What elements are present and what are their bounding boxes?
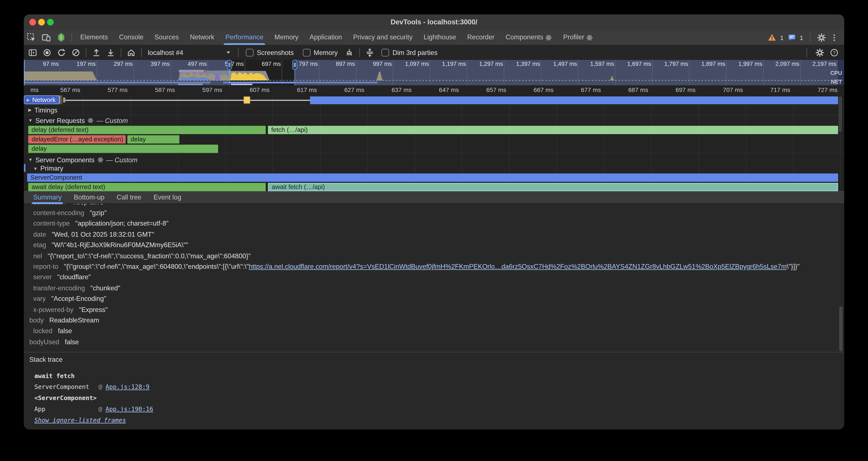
network-track-header[interactable]: ▶ Network [24,95,60,104]
capture-settings-gear-icon[interactable] [815,48,824,57]
tab-profiler[interactable]: Profiler [558,30,599,45]
primary-subgroup-header[interactable]: ▼ Primary [24,164,844,173]
tab-network[interactable]: Network [184,30,220,45]
memory-label: Memory [314,49,338,56]
summary-value: false [65,338,79,346]
event-bar-await-fetch-selected[interactable]: await fetch (…/api) [268,182,838,191]
inspect-element-icon[interactable] [27,33,36,42]
tab-sources[interactable]: Sources [149,30,184,45]
summary-key: connection [33,204,65,206]
collect-garbage-icon[interactable] [345,48,354,57]
dim-3rd-parties-checkbox[interactable]: Dim 3rd parties [381,49,438,56]
event-bar-server-component[interactable]: ServerComponent [27,173,838,181]
tab-label: Recorder [467,30,494,45]
server-components-header[interactable]: ▼ Server Components — Custom [24,155,844,165]
screenshots-checkbox[interactable]: Screenshots [246,49,294,56]
window-left-handle[interactable] [227,60,231,70]
stack-trace-title: Stack trace [29,356,63,364]
tab-memory[interactable]: Memory [269,30,304,45]
tab-components[interactable]: Components [500,30,558,45]
show-ignore-listed-frames-link[interactable]: Show ignore-listed frames [34,416,126,424]
record-button[interactable] [43,48,52,57]
frame-at-symbol: @ [98,405,102,413]
panel-tabs: ElementsConsoleSourcesNetworkPerformance… [75,30,599,45]
ruler-time-label: 727 ms [797,86,838,93]
tab-elements[interactable]: Elements [75,30,114,45]
load-profile-icon[interactable] [92,48,101,57]
overview-time-label: 397 ms [132,60,169,69]
details-tab-bottom-up[interactable]: Bottom-up [68,191,111,204]
collapse-sections-icon[interactable] [366,48,374,57]
overview-time-label: 597 ms [206,60,244,69]
frame-source-link[interactable]: App.js:190:16 [105,405,153,413]
summary-key: server [33,273,52,281]
tab-performance[interactable]: Performance [220,30,269,45]
save-profile-icon[interactable] [106,48,115,57]
ruler-time-label: 687 ms [607,86,648,93]
flame-chart[interactable]: ▶ Network ▶ Timings ▼ Server Requests — … [24,95,844,191]
ruler-time-label: 587 ms [134,86,175,93]
collapsed-arrow-icon: ▶ [27,97,30,102]
help-icon[interactable] [830,48,839,57]
issues-chat-icon[interactable] [787,33,796,42]
overview-time-label: 1,897 ms [687,60,725,69]
server-requests-header[interactable]: ▼ Server Requests — Custom [24,116,844,125]
summary-value: "{\"report_to\":\"cf-nel\",\"success_fra… [48,252,251,260]
window-right-handle[interactable] [292,60,297,70]
tab-label: Memory [275,30,299,45]
tab-privacy-and-security[interactable]: Privacy and security [347,30,418,45]
event-bar-delay-2[interactable]: delay [127,135,179,143]
report-to-url-link[interactable]: https://a.nel.cloudflare.com/report/v4?s… [249,263,787,270]
flamechart-scrollbar-thumb[interactable] [839,96,842,132]
warning-icon[interactable] [768,33,776,42]
network-item-yellow[interactable] [244,96,250,104]
overview-time-label: 2,197 ms [799,60,836,69]
overview-time-label: 197 ms [58,60,96,69]
timings-track-label: Timings [34,106,58,114]
stack-frame: App@App.js:190:16 [34,403,153,414]
overview-time-label: 497 ms [169,60,207,69]
event-bar-delay-deferred[interactable]: delay (deferred text) [28,125,266,134]
divider [141,48,142,57]
reload-and-record-button[interactable] [57,48,66,57]
tab-application[interactable]: Application [304,30,347,45]
network-item-api-request[interactable] [310,96,838,104]
frame-source-link[interactable]: App.js:128:9 [105,383,150,391]
timeline-overview[interactable]: 97 ms197 ms297 ms397 ms497 ms597 ms697 m… [24,60,844,85]
summary-value: "Wed, 01 Oct 2025 18:32:01 GMT" [52,231,154,238]
tab-console[interactable]: Console [114,30,149,45]
timings-track[interactable]: ▶ Timings [24,105,844,115]
kebab-menu-icon[interactable] [830,33,839,42]
stack-frame: <ServerComponent> [34,392,153,403]
tab-recorder[interactable]: Recorder [462,30,500,45]
extension-gem-icon[interactable] [56,33,66,42]
settings-gear-icon[interactable] [817,33,826,42]
summary-value: "Accept-Encoding" [51,295,106,302]
tab-label: Components [505,30,543,45]
custom-track-suffix: — Custom [106,156,137,164]
event-bar-await-delay[interactable]: await delay (deferred text) [28,182,266,191]
network-track[interactable]: ▶ Network [24,95,844,105]
summary-row-content-type: content-type"application/json; charset=u… [24,218,844,229]
event-bar-delayed-error[interactable]: delayedError (…ayed exception) [28,135,126,143]
device-toolbar-icon[interactable] [41,33,51,42]
memory-checkbox[interactable]: Memory [303,49,338,56]
event-bar-delay-3[interactable]: delay [28,144,218,153]
event-bar-fetch-api[interactable]: fetch (…/api) [268,125,838,134]
summary-row-nel: nel"{\"report_to\":\"cf-nel\",\"success_… [24,250,844,261]
expanded-arrow-icon: ▼ [28,157,33,162]
details-tab-call-tree[interactable]: Call tree [111,191,148,204]
toggle-sidebar-icon[interactable] [28,48,37,57]
clear-recording-button[interactable] [71,48,80,57]
live-metrics-home-icon[interactable] [127,48,135,57]
details-scrollbar-thumb[interactable] [839,307,843,351]
screen: DevTools - localhost:3000/ ElementsConso… [0,0,868,461]
details-tab-summary[interactable]: Summary [27,191,68,204]
overview-time-label: 1,997 ms [725,60,762,69]
summary-row-transfer-encoding: transfer-encoding"chunked" [24,283,844,293]
history-dropdown[interactable]: localhost #4 [148,49,232,56]
tab-lighthouse[interactable]: Lighthouse [418,30,462,45]
selected-tab-underline [32,202,63,204]
details-tab-event-log[interactable]: Event log [147,191,187,204]
frame-at-symbol: @ [98,383,102,391]
